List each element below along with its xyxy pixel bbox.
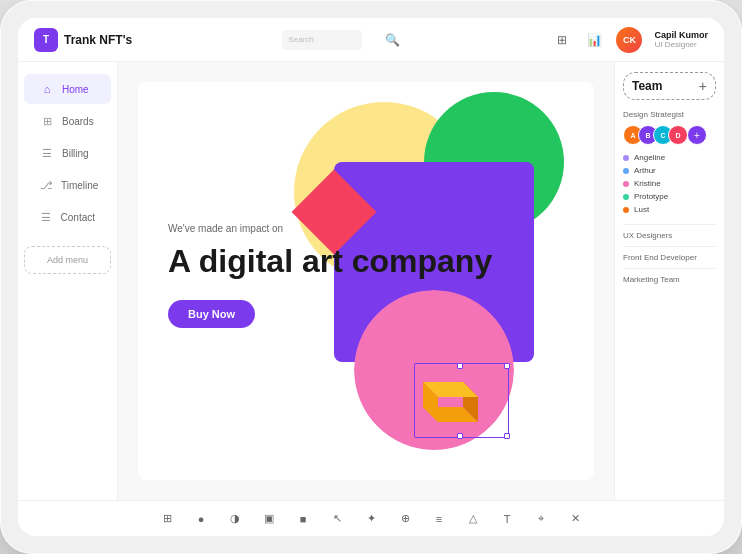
toolbar-triangle-icon[interactable]: △ [463, 509, 483, 529]
billing-icon: ☰ [40, 146, 54, 160]
section-frontend: Front End Developer [623, 253, 716, 262]
member-dot [623, 155, 629, 161]
toolbar-square-icon[interactable]: ■ [293, 509, 313, 529]
avatar: CK [616, 27, 642, 53]
toolbar-close-icon[interactable]: ✕ [565, 509, 585, 529]
chart-icon[interactable]: 📊 [584, 30, 604, 50]
grid-view-icon[interactable]: ⊞ [552, 30, 572, 50]
sidebar-item-boards[interactable]: ⊞ Boards [24, 106, 111, 136]
member-dot [623, 168, 629, 174]
header-right: ⊞ 📊 CK Capil Kumor UI Designer [552, 27, 708, 53]
avatar-4: D [668, 125, 688, 145]
sidebar-item-billing[interactable]: ☰ Billing [24, 138, 111, 168]
search-icon[interactable]: 🔍 [382, 30, 402, 50]
device-frame: T Trank NFT's Search 🔍 ⊞ 📊 CK Capil Kumo… [0, 0, 742, 554]
toolbar-circle-icon[interactable]: ● [191, 509, 211, 529]
canvas-bg: We've made an impact on A digital art co… [138, 82, 594, 480]
user-role: UI Designer [654, 40, 708, 49]
handle-br[interactable] [457, 363, 463, 369]
contact-icon: ☰ [40, 210, 53, 224]
screen: T Trank NFT's Search 🔍 ⊞ 📊 CK Capil Kumo… [18, 18, 724, 536]
toolbar-adjust-icon[interactable]: ⊕ [395, 509, 415, 529]
toolbar-grid-icon[interactable]: ⊞ [157, 509, 177, 529]
toolbar-rect-icon[interactable]: ▣ [259, 509, 279, 529]
toolbar-cursor-icon[interactable]: ↖ [327, 509, 347, 529]
hero-subtitle: We've made an impact on [168, 223, 492, 234]
team-add-button[interactable]: + [699, 78, 707, 94]
divider [623, 246, 716, 247]
toolbar-text-icon[interactable]: T [497, 509, 517, 529]
buy-now-button[interactable]: Buy Now [168, 300, 255, 328]
member-dot [623, 181, 629, 187]
bottom-toolbar: ⊞ ● ◑ ▣ ■ ↖ ✦ ⊕ ≡ △ T ⌖ ✕ [18, 500, 724, 536]
toolbar-layers-icon[interactable]: ◑ [225, 509, 245, 529]
handle-tr[interactable] [457, 433, 463, 439]
home-icon: ⌂ [40, 82, 54, 96]
divider [623, 268, 716, 269]
member-list: Angeline Arthur Kristine Prototype [623, 153, 716, 214]
hero-title: A digital art company [168, 242, 492, 280]
add-menu-label: Add menu [47, 255, 88, 265]
search-placeholder: Search [288, 35, 313, 44]
sidebar-label-contact: Contact [61, 212, 95, 223]
section-ux-designers: UX Designers [623, 231, 716, 240]
member-name: Lust [634, 205, 649, 214]
add-member-button[interactable]: + [687, 125, 707, 145]
add-menu-button[interactable]: Add menu [24, 246, 111, 274]
divider [623, 224, 716, 225]
sidebar-item-contact[interactable]: ☰ Contact [24, 202, 111, 232]
hero-content: We've made an impact on A digital art co… [168, 223, 492, 328]
logo-icon: T [34, 28, 58, 52]
member-item: Arthur [623, 166, 716, 175]
member-name: Kristine [634, 179, 661, 188]
canvas-area: We've made an impact on A digital art co… [118, 62, 614, 500]
sidebar-label-timeline: Timeline [61, 180, 98, 191]
sidebar-item-timeline[interactable]: ⎇ Timeline [24, 170, 111, 200]
selection-box [414, 363, 509, 438]
boards-icon: ⊞ [40, 114, 54, 128]
member-dot [623, 194, 629, 200]
member-name: Prototype [634, 192, 668, 201]
timeline-icon: ⎇ [40, 178, 53, 192]
sidebar-item-home[interactable]: ⌂ Home [24, 74, 111, 104]
sidebar-label-home: Home [62, 84, 89, 95]
avatars-row: A B C D + [623, 125, 716, 145]
user-info: Capil Kumor UI Designer [654, 30, 708, 49]
header-center: Search 🔍 [132, 30, 552, 50]
team-label: Team [632, 79, 662, 93]
member-dot [623, 207, 629, 213]
search-bar[interactable]: Search [282, 30, 362, 50]
member-item: Kristine [623, 179, 716, 188]
sidebar-label-billing: Billing [62, 148, 89, 159]
section-design-strategist: Design Strategist [623, 110, 716, 119]
section-marketing: Marketing Team [623, 275, 716, 284]
member-item: Lust [623, 205, 716, 214]
member-name: Angeline [634, 153, 665, 162]
right-panel: Team + Design Strategist A B C D + Angel… [614, 62, 724, 500]
handle-tl[interactable] [504, 433, 510, 439]
header: T Trank NFT's Search 🔍 ⊞ 📊 CK Capil Kumo… [18, 18, 724, 62]
user-name: Capil Kumor [654, 30, 708, 40]
team-header: Team + [623, 72, 716, 100]
sidebar: ⌂ Home ⊞ Boards ☰ Billing ⎇ Timeline ☰ [18, 62, 118, 500]
main-area: ⌂ Home ⊞ Boards ☰ Billing ⎇ Timeline ☰ [18, 62, 724, 500]
member-item: Prototype [623, 192, 716, 201]
logo-area: T Trank NFT's [34, 28, 132, 52]
toolbar-nodes-icon[interactable]: ⌖ [531, 509, 551, 529]
app-name: Trank NFT's [64, 33, 132, 47]
member-item: Angeline [623, 153, 716, 162]
toolbar-align-icon[interactable]: ≡ [429, 509, 449, 529]
toolbar-move-icon[interactable]: ✦ [361, 509, 381, 529]
sidebar-label-boards: Boards [62, 116, 94, 127]
member-name: Arthur [634, 166, 656, 175]
handle-bl[interactable] [504, 363, 510, 369]
